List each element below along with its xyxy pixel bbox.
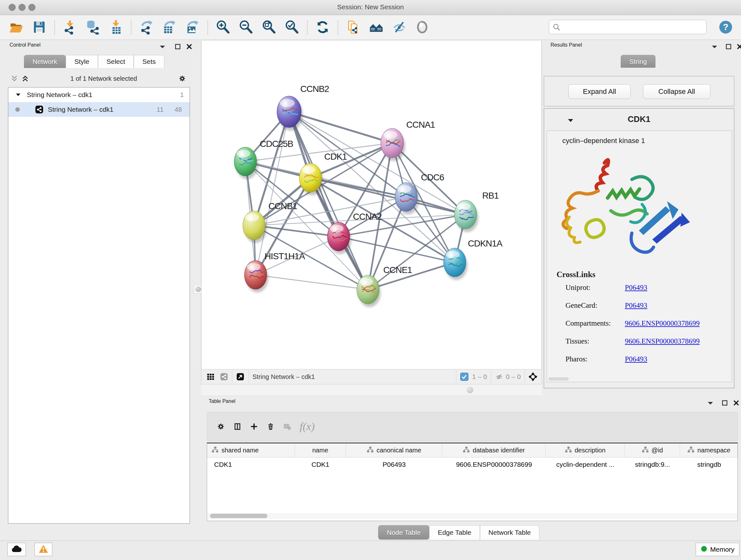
open-in-new-window-icon[interactable] bbox=[236, 373, 245, 381]
tab-network[interactable]: Network bbox=[24, 55, 66, 68]
crosslink-label: Pharos: bbox=[565, 355, 588, 363]
node-label-CCNB1: CCNB1 bbox=[268, 201, 297, 211]
column-header-name[interactable]: name bbox=[295, 443, 346, 457]
crosslink-link[interactable]: P06493 bbox=[625, 301, 647, 310]
column-header-canonicalname[interactable]: canonical name bbox=[346, 443, 442, 457]
tree-expander-icon[interactable] bbox=[14, 91, 22, 99]
open-session-button[interactable] bbox=[7, 18, 25, 37]
column-header-description[interactable]: description bbox=[546, 443, 625, 457]
add-column-icon[interactable] bbox=[250, 422, 258, 431]
cloud-icon bbox=[11, 545, 22, 555]
expand-all-icon[interactable] bbox=[21, 74, 29, 83]
cloud-button[interactable] bbox=[7, 543, 26, 556]
results-panel-menu-icon[interactable] bbox=[711, 43, 719, 51]
crosshair-icon[interactable] bbox=[529, 373, 537, 381]
node-label-CDKN1A: CDKN1A bbox=[468, 239, 502, 248]
results-panel-float-icon[interactable] bbox=[724, 43, 733, 51]
collapse-all-button[interactable]: Collapse All bbox=[643, 84, 711, 99]
edge-HIST1H1A-CCNE1[interactable] bbox=[256, 275, 368, 290]
results-panel-close-icon[interactable] bbox=[736, 43, 741, 51]
help-button[interactable]: ? bbox=[719, 20, 733, 34]
horizontal-splitter-handle[interactable] bbox=[467, 387, 473, 393]
column-header-databaseidentifier[interactable]: database identifier bbox=[442, 443, 546, 457]
control-panel-float-icon[interactable] bbox=[174, 43, 182, 51]
crosslink-label: GeneCard: bbox=[565, 301, 597, 309]
network-row[interactable]: String Network – cdk1 11 48 bbox=[8, 102, 190, 117]
show-columns-icon[interactable] bbox=[233, 422, 242, 431]
apply-layout-button[interactable] bbox=[313, 18, 332, 37]
memory-button[interactable]: Memory bbox=[696, 543, 739, 556]
import-network-database-button[interactable] bbox=[84, 18, 102, 37]
network-graph[interactable]: CCNB2 CCNA1 CDC25B CDK1 CDC6 bbox=[201, 41, 542, 368]
network-collection-row[interactable]: String Network – cdk1 1 bbox=[8, 87, 190, 102]
edge-CCNB2-RB1[interactable] bbox=[289, 112, 466, 214]
selected-nodes-checkbox[interactable] bbox=[460, 373, 468, 381]
crosslink-link[interactable]: 9606.ENSP00000378699 bbox=[625, 337, 700, 346]
network-list-header: 1 of 1 Network selected bbox=[6, 71, 191, 85]
crosslink-link[interactable]: P06493 bbox=[625, 355, 647, 363]
network-canvas[interactable]: CCNB2 CCNA1 CDC25B CDK1 CDC6 bbox=[201, 41, 542, 369]
node-CCNE1[interactable]: CCNE1 bbox=[357, 265, 412, 307]
save-session-button[interactable] bbox=[30, 18, 49, 37]
table-settings-gear-icon[interactable] bbox=[217, 422, 225, 431]
string-import-button[interactable] bbox=[344, 18, 362, 37]
node-HIST1H1A[interactable]: HIST1H1A bbox=[245, 251, 305, 293]
hide-graphics-details-button[interactable] bbox=[390, 18, 408, 37]
control-panel-close-icon[interactable] bbox=[185, 43, 193, 51]
zoom-in-button[interactable] bbox=[214, 18, 232, 37]
edge-CCNA2-CDKN1A[interactable] bbox=[339, 237, 455, 262]
table-panel-float-icon[interactable] bbox=[721, 399, 729, 407]
crosslink-link[interactable]: P06493 bbox=[625, 284, 647, 292]
export-table-button[interactable] bbox=[160, 18, 179, 37]
import-network-icon bbox=[63, 20, 77, 36]
horizontal-splitter[interactable] bbox=[201, 384, 542, 396]
import-network-file-button[interactable] bbox=[61, 18, 79, 37]
node-RB1[interactable]: RB1 bbox=[455, 191, 499, 232]
application-window: Session: New Session ? Control Panel Net… bbox=[0, 0, 741, 560]
birdseye-view-button[interactable] bbox=[413, 18, 431, 37]
crosslink-link[interactable]: 9606.ENSP00000378699 bbox=[625, 319, 700, 327]
search-input[interactable] bbox=[549, 20, 706, 34]
column-header-namespace[interactable]: namespace bbox=[680, 443, 738, 457]
tab-select[interactable]: Select bbox=[98, 55, 134, 68]
network-options-gear-icon[interactable] bbox=[178, 74, 186, 83]
export-image-button[interactable] bbox=[183, 18, 202, 37]
tab-edge-table[interactable]: Edge Table bbox=[429, 525, 480, 540]
tab-style[interactable]: Style bbox=[66, 55, 98, 68]
tab-network-table[interactable]: Network Table bbox=[480, 525, 540, 540]
node-CDKN1A[interactable]: CDKN1A bbox=[444, 239, 502, 280]
table-panel-menu-icon[interactable] bbox=[706, 399, 715, 408]
edge-CCNB2-CCNA1[interactable] bbox=[289, 112, 392, 143]
grid-view-icon[interactable] bbox=[206, 373, 215, 381]
warnings-button[interactable] bbox=[35, 543, 52, 556]
first-neighbors-button[interactable] bbox=[367, 18, 386, 37]
table-row[interactable]: CDK1CDK1P064939606.ENSP00000378699cyclin… bbox=[207, 457, 738, 472]
string-view-icon[interactable] bbox=[220, 373, 228, 381]
table-hscroll-thumb[interactable] bbox=[210, 514, 267, 518]
warning-icon bbox=[38, 544, 49, 555]
import-table-button[interactable] bbox=[107, 18, 125, 37]
zoom-in-icon bbox=[216, 20, 230, 36]
results-hscroll-thumb[interactable] bbox=[548, 377, 569, 381]
expand-all-button[interactable]: Expand All bbox=[568, 84, 630, 99]
network-view-title: String Network – cdk1 bbox=[253, 373, 315, 381]
cell-canonicalname: P06493 bbox=[346, 457, 442, 472]
node-CCNB2[interactable]: CCNB2 bbox=[277, 84, 329, 131]
column-header-sharedname[interactable]: shared name bbox=[207, 443, 295, 457]
column-header-id[interactable]: @id bbox=[625, 443, 680, 457]
node-CCNA1[interactable]: CCNA1 bbox=[381, 120, 435, 161]
zoom-selected-button[interactable] bbox=[283, 18, 301, 37]
hidden-counts: 0 – 0 bbox=[506, 373, 521, 381]
table-panel-close-icon[interactable] bbox=[732, 399, 740, 407]
collapse-all-icon[interactable] bbox=[10, 74, 18, 83]
zoom-out-button[interactable] bbox=[237, 18, 255, 37]
edge-CCNB2-CCNE1[interactable] bbox=[289, 112, 368, 290]
table-hscrollbar[interactable] bbox=[207, 513, 737, 519]
tab-string[interactable]: String bbox=[621, 55, 656, 68]
tab-sets[interactable]: Sets bbox=[134, 55, 164, 68]
delete-column-icon[interactable] bbox=[266, 422, 275, 431]
export-network-button[interactable] bbox=[137, 18, 156, 37]
tab-node-table[interactable]: Node Table bbox=[378, 525, 429, 540]
control-panel-menu-icon[interactable] bbox=[158, 43, 166, 51]
zoom-fit-button[interactable] bbox=[260, 18, 278, 37]
